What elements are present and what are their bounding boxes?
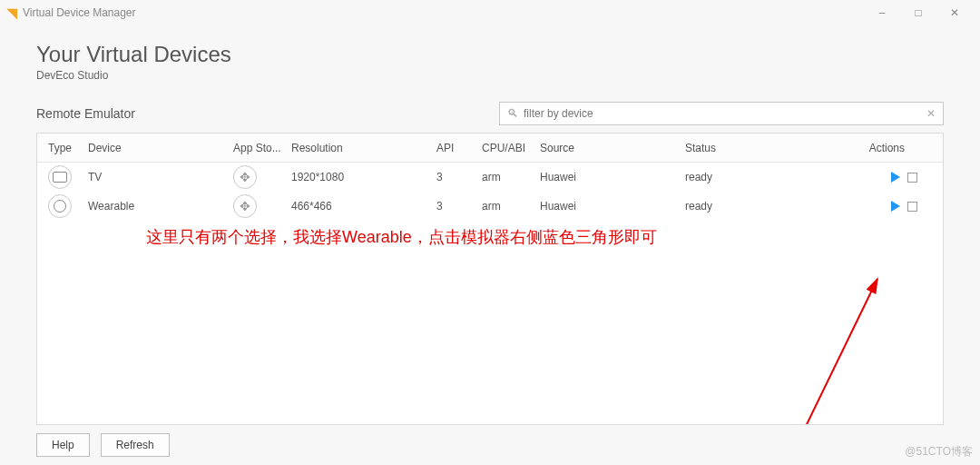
cell-cpu: arm — [482, 200, 540, 213]
cell-resolution: 1920*1080 — [291, 171, 436, 183]
titlebar: ◥ Virtual Device Manager – □ ✕ — [0, 0, 980, 25]
th-device: Device — [88, 142, 233, 154]
th-cpu: CPU/ABI — [482, 142, 540, 154]
play-button[interactable] — [891, 201, 900, 212]
device-table: Type Device App Sto... Resolution API CP… — [36, 133, 944, 425]
cell-status: ready — [685, 171, 834, 183]
help-button[interactable]: Help — [36, 433, 90, 457]
maximize-button[interactable]: □ — [900, 0, 936, 25]
th-status: Status — [685, 142, 834, 154]
cell-status: ready — [685, 200, 834, 213]
section-title: Remote Emulator — [36, 106, 135, 121]
cell-source: Huawei — [540, 171, 685, 183]
search-input[interactable] — [524, 107, 926, 120]
minimize-button[interactable]: – — [864, 0, 900, 25]
cell-api: 3 — [436, 171, 482, 183]
th-resolution: Resolution — [291, 142, 436, 154]
svg-line-1 — [779, 279, 877, 425]
cell-device: Wearable — [88, 200, 233, 213]
window: ◥ Virtual Device Manager – □ ✕ Your Virt… — [0, 0, 980, 465]
refresh-button[interactable]: Refresh — [101, 433, 170, 457]
window-title: Virtual Device Manager — [23, 6, 136, 19]
content-area: Your Virtual Devices DevEco Studio Remot… — [0, 25, 980, 425]
cell-resolution: 466*466 — [291, 200, 436, 213]
page-subtitle: DevEco Studio — [36, 69, 944, 82]
cell-api: 3 — [436, 200, 482, 213]
close-button[interactable]: ✕ — [936, 0, 973, 25]
cell-source: Huawei — [540, 200, 685, 213]
footer: Help Refresh — [0, 425, 980, 465]
table-body: TV ✥ 1920*1080 3 arm Huawei ready Wearab… — [37, 163, 943, 424]
tv-icon — [48, 165, 72, 189]
stop-button[interactable] — [907, 202, 917, 212]
section-row: Remote Emulator 🔍︎ ✕ — [36, 102, 944, 125]
appstore-icon: ✥ — [233, 165, 257, 189]
search-icon: 🔍︎ — [507, 107, 518, 120]
table-header: Type Device App Sto... Resolution API CP… — [37, 134, 943, 163]
cell-cpu: arm — [482, 171, 540, 183]
watch-icon — [48, 194, 72, 218]
th-source: Source — [540, 142, 685, 154]
appstore-icon: ✥ — [233, 194, 257, 218]
clear-search-icon[interactable]: ✕ — [926, 107, 936, 120]
stop-button[interactable] — [907, 173, 917, 183]
table-row[interactable]: TV ✥ 1920*1080 3 arm Huawei ready — [37, 163, 943, 192]
annotation-arrow-icon — [725, 272, 906, 425]
th-actions: Actions — [834, 142, 943, 154]
page-title: Your Virtual Devices — [36, 42, 944, 67]
table-row[interactable]: Wearable ✥ 466*466 3 arm Huawei ready — [37, 192, 943, 221]
th-api: API — [436, 142, 482, 154]
cell-device: TV — [88, 171, 233, 183]
annotation-text: 这里只有两个选择，我选择Wearable，点击模拟器右侧蓝色三角形即可 — [146, 226, 657, 248]
th-type: Type — [37, 142, 88, 154]
search-box[interactable]: 🔍︎ ✕ — [499, 102, 944, 125]
watermark: @51CTO博客 — [905, 444, 973, 460]
th-appstore: App Sto... — [233, 142, 291, 154]
app-logo-icon: ◥ — [7, 5, 17, 20]
play-button[interactable] — [891, 172, 900, 183]
